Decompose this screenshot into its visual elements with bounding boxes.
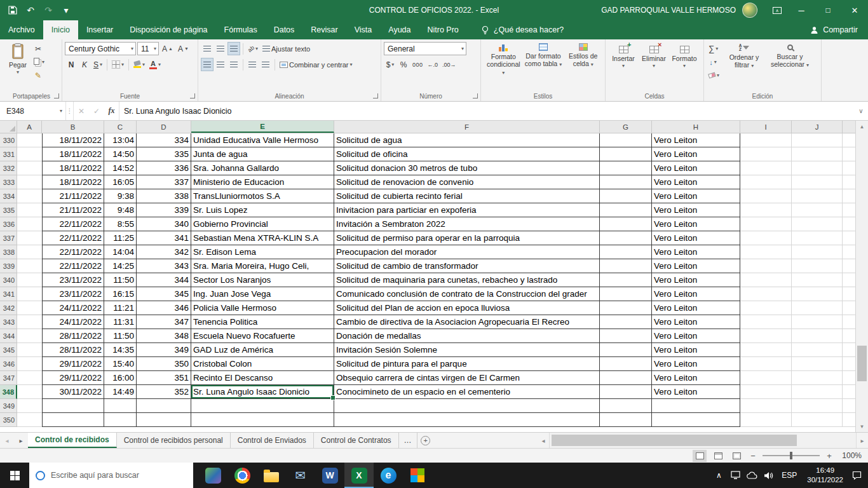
avatar[interactable]	[742, 3, 757, 18]
horizontal-scroll-thumb[interactable]	[552, 435, 797, 446]
delete-cells-button[interactable]: Eliminar▾	[639, 42, 669, 70]
cell-G350[interactable]	[600, 413, 652, 427]
tell-me-box[interactable]: ¿Qué desea hacer?	[481, 20, 564, 39]
redo-icon[interactable]: ↷	[39, 1, 57, 19]
hidden-icons-button[interactable]: ∧	[711, 463, 726, 488]
cell-F332[interactable]: Solicitud donacion 30 metros de tubo	[334, 161, 600, 175]
cell-I343[interactable]	[740, 315, 792, 329]
decrease-indent-button[interactable]	[246, 58, 259, 71]
align-bottom-button[interactable]	[227, 42, 240, 55]
taskbar-search[interactable]: Escribe aquí para buscar	[29, 463, 193, 488]
column-header-A[interactable]: A	[17, 121, 42, 133]
cell-G346[interactable]	[600, 357, 652, 371]
cell-E340[interactable]: Sector Los Naranjos	[191, 273, 334, 287]
cell-G344[interactable]	[600, 329, 652, 343]
paste-button[interactable]: Pegar ▾	[4, 42, 32, 76]
cell-K336[interactable]	[843, 217, 855, 231]
cell-I339[interactable]	[740, 259, 792, 273]
cell-J345[interactable]	[792, 343, 843, 357]
ribbon-tab-insertar[interactable]: Insertar	[78, 20, 121, 39]
row-header-336[interactable]: 336	[0, 217, 17, 231]
cell-A330[interactable]	[17, 133, 42, 147]
undo-icon[interactable]: ↶	[22, 1, 39, 19]
format-as-table-button[interactable]: Dar formato como tabla ▾	[524, 42, 564, 69]
cancel-entry-button[interactable]: ✕	[74, 102, 89, 120]
cell-D335[interactable]: 339	[137, 203, 191, 217]
cell-A347[interactable]	[17, 371, 42, 385]
action-center-button[interactable]	[849, 463, 864, 488]
account-name[interactable]: GAD PARROQUIAL VALLE HERMOSO	[601, 6, 736, 15]
cell-F336[interactable]: Invitación a Sembraton 2022	[334, 217, 600, 231]
cell-D347[interactable]: 351	[137, 371, 191, 385]
formula-input[interactable]: Sr. Luna Angulo Isaac Dionicio	[119, 102, 854, 120]
taskbar-chrome-icon[interactable]	[227, 463, 257, 488]
volume-icon[interactable]	[761, 463, 776, 488]
start-button[interactable]	[0, 463, 29, 488]
cell-C337[interactable]: 11:25	[104, 231, 137, 245]
ribbon-tab-datos[interactable]: Datos	[266, 20, 303, 39]
cell-I348[interactable]	[740, 385, 792, 399]
cell-C345[interactable]: 14:35	[104, 343, 137, 357]
column-header-E[interactable]: E	[191, 121, 334, 133]
cell-C338[interactable]: 14:04	[104, 245, 137, 259]
column-header-G[interactable]: G	[600, 121, 652, 133]
column-header-I[interactable]: I	[740, 121, 792, 133]
display-icon[interactable]	[728, 463, 743, 488]
sheet-tab-control-de-contratos[interactable]: Control de Contratos	[314, 433, 399, 448]
cell-B350[interactable]	[42, 413, 104, 427]
sheet-nav-left-button[interactable]: ◂	[0, 433, 14, 448]
cell-H345[interactable]: Vero Leiton	[652, 343, 740, 357]
format-cells-button[interactable]: Formato▾	[669, 42, 700, 70]
column-header-H[interactable]: H	[652, 121, 740, 133]
align-left-button[interactable]	[201, 58, 214, 71]
row-header-332[interactable]: 332	[0, 161, 17, 175]
cell-C349[interactable]	[104, 399, 137, 413]
cell-H344[interactable]: Vero Leiton	[652, 329, 740, 343]
sheet-tab-control-de-recibidos[interactable]: Control de recibidos	[28, 433, 117, 448]
cell-C335[interactable]: 9:48	[104, 203, 137, 217]
cell-D339[interactable]: 343	[137, 259, 191, 273]
row-header-331[interactable]: 331	[0, 147, 17, 161]
share-button[interactable]: Compartir	[810, 20, 868, 39]
sheet-tab-control-de-recibidos-personal[interactable]: Control de recibidos personal	[117, 433, 231, 448]
expand-formula-bar-button[interactable]: ∨	[854, 102, 868, 120]
cell-C330[interactable]: 13:04	[104, 133, 137, 147]
cell-E347[interactable]: Recinto El Descanso	[191, 371, 334, 385]
minimize-button[interactable]: ─	[788, 0, 815, 20]
cell-A342[interactable]	[17, 301, 42, 315]
row-header-334[interactable]: 334	[0, 189, 17, 203]
cell-G343[interactable]	[600, 315, 652, 329]
name-box[interactable]: E348▾	[0, 102, 66, 120]
cell-D330[interactable]: 334	[137, 133, 191, 147]
cell-B339[interactable]: 22/11/2022	[42, 259, 104, 273]
cell-B335[interactable]: 21/11/2022	[42, 203, 104, 217]
normal-view-button[interactable]	[693, 450, 707, 462]
cell-K344[interactable]	[843, 329, 855, 343]
font-color-button[interactable]: A▾	[147, 58, 163, 71]
cell-D341[interactable]: 345	[137, 287, 191, 301]
cell-F342[interactable]: Solicitud del Plan de accion en epoca ll…	[334, 301, 600, 315]
scroll-down-button[interactable]: ▼	[856, 421, 868, 432]
cell-E349[interactable]	[191, 399, 334, 413]
cell-I349[interactable]	[740, 399, 792, 413]
cell-K343[interactable]	[843, 315, 855, 329]
cell-C336[interactable]: 8:55	[104, 217, 137, 231]
cell-H348[interactable]: Vero Leiton	[652, 385, 740, 399]
bold-button[interactable]: N	[65, 58, 78, 71]
cell-E336[interactable]: Gobierno Provincial	[191, 217, 334, 231]
copy-button[interactable]: ▾	[32, 55, 46, 69]
align-top-button[interactable]	[201, 42, 214, 55]
cell-J339[interactable]	[792, 259, 843, 273]
cell-G341[interactable]	[600, 287, 652, 301]
cell-D331[interactable]: 335	[137, 147, 191, 161]
cell-F333[interactable]: Solicitud de renovacion de convenio	[334, 175, 600, 189]
cell-G340[interactable]	[600, 273, 652, 287]
wrap-text-button[interactable]: Ajustar texto	[261, 42, 312, 55]
cell-C350[interactable]	[104, 413, 137, 427]
cell-E345[interactable]: GAD Luz de América	[191, 343, 334, 357]
find-select-button[interactable]: Buscar y seleccionar ▾	[767, 42, 813, 69]
increase-decimal-button[interactable]: ←.0	[426, 58, 440, 71]
cut-button[interactable]: ✂	[32, 42, 44, 55]
autosum-button[interactable]: ∑▾	[707, 42, 720, 55]
row-header-349[interactable]: 349	[0, 399, 17, 413]
